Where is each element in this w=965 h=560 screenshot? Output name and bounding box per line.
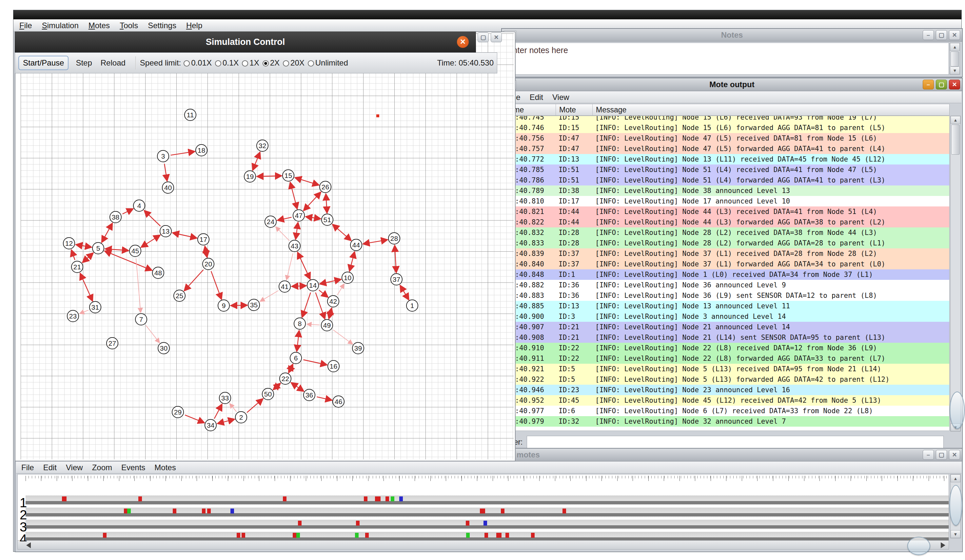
timeline-chart[interactable]: 12345: [17, 474, 949, 542]
network-node[interactable]: 1: [406, 299, 418, 312]
close-icon[interactable]: ✕: [949, 30, 960, 40]
network-node[interactable]: 21: [71, 261, 83, 273]
speed-radio-2x[interactable]: 2X: [263, 58, 280, 67]
radio-icon[interactable]: [283, 60, 289, 67]
close-icon[interactable]: ✕: [457, 36, 469, 48]
network-node[interactable]: 11: [184, 109, 196, 121]
table-row[interactable]: 05:40.810ID:17[INFO: LevelRouting] Node …: [504, 196, 949, 206]
menu-tools[interactable]: Tools: [119, 21, 138, 30]
column-header-mote[interactable]: Mote: [556, 104, 593, 115]
table-row[interactable]: 05:40.786ID:51[INFO: LevelRouting] Node …: [504, 175, 949, 186]
table-row[interactable]: 05:40.921ID:5[INFO: LevelRouting] Node 5…: [504, 364, 949, 374]
network-node[interactable]: 42: [327, 295, 339, 307]
timeline-hscrollbar[interactable]: [17, 540, 949, 550]
speed-radio-1x[interactable]: 1X: [242, 58, 259, 67]
menu-edit[interactable]: Edit: [530, 93, 543, 102]
menu-view[interactable]: View: [552, 93, 569, 102]
speed-radio-0.01x[interactable]: 0.01X: [183, 58, 212, 67]
menu-simulation[interactable]: Simulation: [42, 21, 79, 30]
table-row[interactable]: 05:40.839ID:37[INFO: LevelRouting] Node …: [504, 248, 949, 259]
speed-radio-20x[interactable]: 20X: [283, 58, 304, 67]
table-row[interactable]: 05:40.882ID:36[INFO: LevelRouting] Node …: [504, 280, 949, 290]
network-node[interactable]: 36: [303, 389, 315, 401]
timeline-track[interactable]: [26, 508, 949, 518]
network-node[interactable]: 44: [350, 239, 362, 251]
network-node[interactable]: 8: [294, 318, 306, 330]
table-row[interactable]: 05:40.840ID:37[INFO: LevelRouting] Node …: [504, 259, 949, 269]
table-row[interactable]: 05:40.746ID:15[INFO: LevelRouting] Node …: [504, 122, 949, 133]
network-node[interactable]: 16: [327, 360, 340, 372]
table-row[interactable]: 05:40.952ID:45[INFO: LevelRouting] Node …: [504, 395, 949, 406]
scroll-down-icon[interactable]: ▼: [950, 67, 960, 74]
network-node[interactable]: 43: [288, 240, 301, 252]
network-node[interactable]: 35: [248, 299, 260, 311]
table-row[interactable]: 05:40.900ID:3[INFO: LevelRouting] Node 3…: [504, 311, 949, 322]
network-node[interactable]: 7: [135, 313, 147, 325]
scroll-left-icon[interactable]: [26, 542, 31, 548]
start-pause-button[interactable]: Start/Pause: [18, 56, 69, 70]
scroll-up-icon[interactable]: ▲: [950, 475, 960, 482]
close-icon[interactable]: ✕: [491, 33, 502, 42]
close-icon[interactable]: ✕: [949, 450, 960, 460]
notes-textarea[interactable]: Enter notes here: [504, 42, 949, 75]
network-node[interactable]: 32: [256, 140, 268, 152]
mote-output-scrollbar[interactable]: ▲ ▼: [950, 116, 961, 431]
network-node[interactable]: 30: [158, 342, 170, 354]
menu-motes[interactable]: Motes: [154, 463, 176, 472]
network-node[interactable]: 40: [162, 181, 174, 194]
radio-icon[interactable]: [215, 60, 221, 67]
network-node[interactable]: 28: [388, 232, 400, 245]
main-window-titlebar[interactable]: [13, 10, 962, 20]
network-node[interactable]: 18: [195, 144, 208, 156]
network-node[interactable]: 49: [321, 319, 333, 331]
network-node[interactable]: 41: [279, 281, 291, 292]
network-node[interactable]: 34: [204, 419, 217, 431]
table-row[interactable]: 05:40.772ID:13[INFO: LevelRouting] Node …: [504, 154, 949, 165]
table-row[interactable]: 05:40.883ID:36[INFO: LevelRouting] Node …: [504, 290, 949, 301]
table-row[interactable]: 05:40.822ID:44[INFO: LevelRouting] Node …: [504, 217, 949, 227]
network-node[interactable]: 10: [342, 272, 354, 284]
speed-radio-unlimited[interactable]: Unlimited: [308, 58, 348, 67]
minimize-icon[interactable]: –: [923, 80, 934, 90]
timeline-track[interactable]: [26, 495, 949, 505]
table-row[interactable]: 05:40.821ID:44[INFO: LevelRouting] Node …: [504, 206, 949, 217]
simulation-control-titlebar[interactable]: Simulation Control ✕: [15, 31, 476, 52]
table-row[interactable]: 05:40.911ID:22[INFO: LevelRouting] Node …: [504, 353, 949, 364]
menu-help[interactable]: Help: [186, 21, 202, 30]
maximize-icon[interactable]: ▢: [936, 30, 947, 40]
network-node[interactable]: 14: [307, 279, 319, 291]
network-node[interactable]: 31: [89, 301, 101, 313]
mote-output-titlebar[interactable]: Mote output: [502, 78, 962, 91]
network-node[interactable]: 25: [173, 290, 185, 302]
table-row[interactable]: 05:40.910ID:22[INFO: LevelRouting] Node …: [504, 343, 949, 353]
menu-edit[interactable]: Edit: [43, 463, 57, 472]
table-row[interactable]: 05:40.757ID:47[INFO: LevelRouting] Node …: [504, 144, 949, 154]
minimize-icon[interactable]: –: [923, 30, 934, 40]
table-row[interactable]: 05:40.756ID:47[INFO: LevelRouting] Node …: [504, 133, 949, 144]
maximize-icon[interactable]: ▢: [936, 450, 947, 460]
reload-button[interactable]: Reload: [98, 56, 128, 69]
maximize-icon[interactable]: ▢: [936, 80, 947, 90]
network-node[interactable]: 9: [218, 299, 230, 312]
menu-motes[interactable]: Motes: [88, 21, 110, 30]
network-node[interactable]: 20: [202, 258, 214, 270]
speed-radio-0.1x[interactable]: 0.1X: [215, 58, 239, 67]
network-node[interactable]: 47: [293, 209, 305, 222]
notes-titlebar[interactable]: Notes: [502, 29, 962, 42]
menu-zoom[interactable]: Zoom: [92, 463, 112, 472]
network-grid[interactable]: 1131832191526404382447511317284412545432…: [21, 33, 514, 459]
network-node[interactable]: 39: [352, 342, 364, 354]
maximize-icon[interactable]: ▢: [478, 33, 489, 42]
timeline-track[interactable]: [26, 520, 949, 529]
network-node[interactable]: 46: [332, 395, 345, 408]
scroll-up-icon[interactable]: ▲: [950, 43, 960, 51]
network-node[interactable]: 24: [265, 216, 276, 228]
scroll-up-icon[interactable]: ▲: [950, 116, 960, 124]
network-node[interactable]: 48: [152, 267, 164, 279]
table-row[interactable]: 05:40.745ID:15[INFO: LevelRouting] Node …: [504, 116, 949, 122]
table-row[interactable]: 05:40.922ID:5[INFO: LevelRouting] Node 5…: [504, 374, 949, 385]
network-node[interactable]: 38: [110, 211, 122, 223]
radio-icon[interactable]: [183, 60, 190, 67]
network-node[interactable]: 2: [235, 411, 247, 423]
table-row[interactable]: 05:40.977ID:6[INFO: LevelRouting] Node 6…: [504, 406, 949, 416]
